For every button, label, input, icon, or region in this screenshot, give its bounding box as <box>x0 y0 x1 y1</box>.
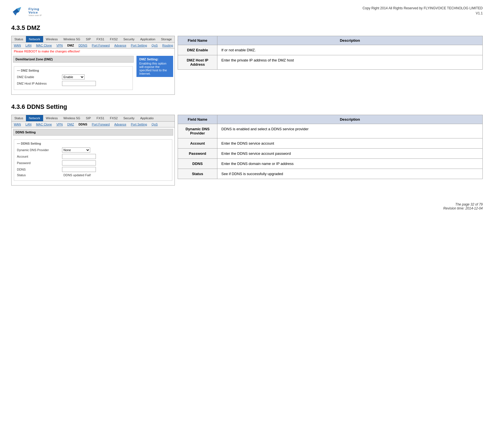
subnav-dmz[interactable]: DMZ <box>65 43 76 48</box>
ddns-field-status: Status <box>178 169 217 179</box>
ddns-status-value: DDNS updated Fail! <box>63 173 91 177</box>
dmz-nav-bar: Status Network Wireless Wireless 5G SIP … <box>12 36 175 43</box>
dmz-field-enable: DMZ Enable <box>178 45 217 55</box>
subnav-wan[interactable]: WAN <box>12 43 23 48</box>
ddns-nav-application[interactable]: Applicatio <box>137 115 156 121</box>
ddns-form-group: — DDNS Setting Dynamic DNS Provider None… <box>14 139 172 181</box>
ddns-subnav-advance[interactable]: Advance <box>112 122 129 127</box>
ddns-account-label: Account <box>17 155 62 158</box>
ddns-nav-security[interactable]: Security <box>120 115 137 121</box>
section-ddns: 4.3.6 DDNS Setting Status Network Wirele… <box>11 103 483 186</box>
dmz-warning: Please REBOOT to make the changes effect… <box>12 48 175 54</box>
dmz-hostip-label: DMZ Host IP Address <box>17 82 62 85</box>
subnav-portsetting[interactable]: Port Setting <box>129 43 149 48</box>
ddns-desc-status: See if DDNS is successfully upgraded <box>217 169 483 179</box>
dmz-help-title: DMZ Setting: <box>139 58 170 61</box>
dmz-field-hostip: DMZ Host IPAddress <box>178 55 217 70</box>
ddns-subnav-vpn[interactable]: VPN <box>54 122 65 127</box>
ddns-field-ddns: DDNS <box>178 159 217 169</box>
ddns-desc-ddns: Enter the DDNS domain name or IP address <box>217 159 483 169</box>
subnav-lan[interactable]: LAN <box>23 43 34 48</box>
ddns-nav-network[interactable]: Network <box>26 115 43 121</box>
ddns-desc-password: Enter the DDNS service account password <box>217 149 483 159</box>
ddns-subnav-lan[interactable]: LAN <box>23 122 34 127</box>
dmz-enable-row: DMZ Enable Enable Disable <box>17 74 130 80</box>
subnav-ddns[interactable]: DDNS <box>76 43 89 48</box>
ddns-subnav-portforward[interactable]: Port Forward <box>90 122 112 127</box>
table-row: DMZ Enable If or not enable DMZ. <box>178 45 483 55</box>
ddns-nav-status[interactable]: Status <box>12 115 26 121</box>
ddns-desc-provider: DDNS is enabled and select a DDNS servic… <box>217 124 483 138</box>
ddns-form-area: — DDNS Setting Dynamic DNS Provider None… <box>12 137 175 185</box>
section1-content: Status Network Wireless Wireless 5G SIP … <box>11 36 483 95</box>
ddns-provider-label: Dynamic DNS Provider <box>17 148 62 152</box>
ddns-subnav-dmz[interactable]: DMZ <box>65 122 76 127</box>
ddns-nav-wireless[interactable]: Wireless <box>43 115 61 121</box>
nav-fxs2[interactable]: FXS2 <box>107 36 121 42</box>
nav-application[interactable]: Application <box>137 36 158 42</box>
ddns-table-header-field: Field Name <box>178 115 217 124</box>
ddns-nav-fxs2[interactable]: FXS2 <box>107 115 121 121</box>
nav-wireless[interactable]: Wireless <box>43 36 61 42</box>
subnav-portforward[interactable]: Port Forward <box>90 43 112 48</box>
dmz-subnav-bar: WAN LAN MAC Clone VPN DMZ DDNS Port Forw… <box>12 43 175 48</box>
nav-status[interactable]: Status <box>12 36 26 42</box>
ddns-account-input[interactable] <box>62 154 96 159</box>
subnav-qos[interactable]: QoS <box>149 43 160 48</box>
table-row: Status See if DDNS is successfully upgra… <box>178 169 483 179</box>
ddns-form-title: — DDNS Setting <box>17 142 169 145</box>
dmz-form-title: — DMZ Setting <box>17 69 130 72</box>
ddns-subnav-qos[interactable]: QoS <box>149 122 160 127</box>
dmz-form-group: — DMZ Setting DMZ Enable Enable Disable … <box>14 66 133 90</box>
section1-title: 4.3.5 DMZ <box>11 24 483 32</box>
dmz-table-header-field: Field Name <box>178 36 217 45</box>
dmz-enable-select[interactable]: Enable Disable <box>62 74 85 80</box>
ddns-nav-sip[interactable]: SIP <box>83 115 94 121</box>
dmz-desc-table: Field Name Description DMZ Enable If or … <box>178 36 483 70</box>
ddns-nav-fxs1[interactable]: FXS1 <box>94 115 107 121</box>
ddns-password-label: Password <box>17 161 62 165</box>
router-ui-dmz: Status Network Wireless Wireless 5G SIP … <box>11 36 175 95</box>
subnav-advance[interactable]: Advance <box>112 43 129 48</box>
nav-wireless5g[interactable]: Wireless 5G <box>61 36 83 42</box>
nav-sip[interactable]: SIP <box>83 36 94 42</box>
section-dmz: 4.3.5 DMZ Status Network Wireless Wirele… <box>11 24 483 95</box>
table-row: Dynamic DNSProvider DDNS is enabled and … <box>178 124 483 138</box>
table-row: Account Enter the DDNS service account <box>178 138 483 149</box>
dmz-desc-enable: If or not enable DMZ. <box>217 45 483 55</box>
subnav-macclone[interactable]: MAC Clone <box>34 43 54 48</box>
ddns-field-account: Account <box>178 138 217 149</box>
subnav-routing[interactable]: Routing <box>160 43 175 48</box>
ddns-ddns-input[interactable] <box>62 167 96 172</box>
dmz-help-panel: DMZ Setting: Enabling this option will e… <box>136 56 173 77</box>
ddns-subnav-ddns[interactable]: DDNS <box>76 122 89 127</box>
dmz-hostip-row: DMZ Host IP Address <box>17 81 130 86</box>
dmz-hostip-input[interactable] <box>62 81 96 86</box>
ddns-provider-row: Dynamic DNS Provider None <box>17 147 169 153</box>
logo: Flying Voice Voice over IP <box>11 6 42 18</box>
ddns-nav-wireless5g[interactable]: Wireless 5G <box>61 115 83 121</box>
nav-storage[interactable]: Storage <box>158 36 175 42</box>
ddns-account-row: Account <box>17 154 169 159</box>
dmz-help-text: Enabling this option will expose the spe… <box>139 62 170 75</box>
subnav-vpn[interactable]: VPN <box>54 43 65 48</box>
nav-security[interactable]: Security <box>120 36 137 42</box>
ddns-subnav-macclone[interactable]: MAC Clone <box>34 122 54 127</box>
ddns-status-row: Status DDNS updated Fail! <box>17 173 169 177</box>
ddns-password-input[interactable] <box>62 160 96 165</box>
ddns-subnav-bar: WAN LAN MAC Clone VPN DMZ DDNS Port Forw… <box>12 122 175 127</box>
ddns-provider-select[interactable]: None <box>62 147 90 153</box>
copyright-header: Copy Right 2014 All Rights Reserved by F… <box>11 6 483 16</box>
ddns-subnav-wan[interactable]: WAN <box>12 122 23 127</box>
ddns-table-header-desc: Description <box>217 115 483 124</box>
section2-title: 4.3.6 DDNS Setting <box>11 103 483 111</box>
nav-network[interactable]: Network <box>26 36 43 42</box>
ddns-ddns-row: DDNS <box>17 167 169 172</box>
table-row: DDNS Enter the DDNS domain name or IP ad… <box>178 159 483 169</box>
dmz-page-title: Demilitarized Zone (DMZ) <box>13 56 134 63</box>
nav-fxs1[interactable]: FXS1 <box>94 36 107 42</box>
ddns-subnav-portsetting[interactable]: Port Setting <box>129 122 149 127</box>
page-footer: The page 32 of 79 Revision time: 2014-12… <box>11 202 483 210</box>
table-row: Password Enter the DDNS service account … <box>178 149 483 159</box>
ddns-ddns-label: DDNS <box>17 168 62 171</box>
